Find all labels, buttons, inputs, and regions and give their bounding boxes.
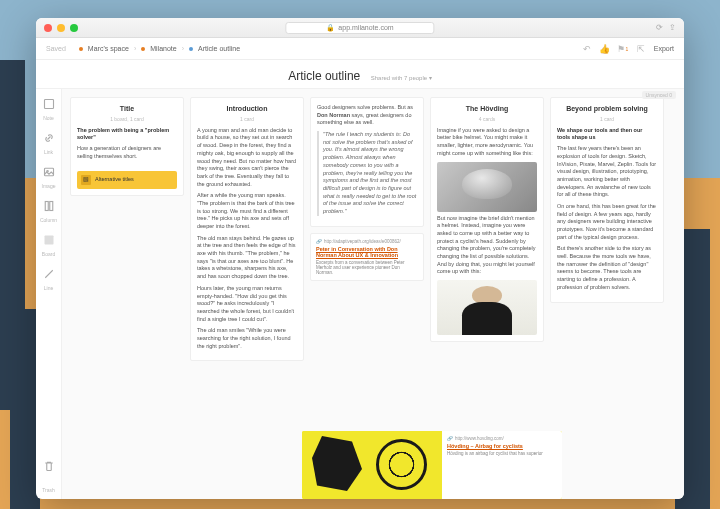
svg-rect-3 [45, 202, 48, 211]
hovding-link-card[interactable]: 🔗http://www.hovding.com/ Hövding – Airba… [302, 431, 562, 499]
reload-icon[interactable]: ⟳ [656, 23, 663, 32]
breadcrumb-home[interactable]: Marc's space [88, 45, 129, 52]
column-title[interactable]: Title 1 board, 1 card The problem with b… [70, 97, 184, 491]
share-info[interactable]: Shared with 7 people ▾ [371, 75, 432, 81]
intro-card[interactable]: Introduction 1 card A young man and an o… [190, 97, 304, 361]
titlebar: 🔒app.milanote.com ⟳ ⇪ [36, 18, 684, 38]
maximize-icon[interactable] [70, 24, 78, 32]
svg-rect-0 [44, 100, 53, 109]
undo-icon[interactable]: ↶ [582, 44, 592, 54]
column-introduction[interactable]: Introduction 1 card A young man and an o… [190, 97, 304, 491]
close-icon[interactable] [44, 24, 52, 32]
model-image[interactable] [437, 280, 537, 335]
url-bar[interactable]: 🔒app.milanote.com [285, 22, 434, 34]
column-beyond[interactable]: Beyond problem solving 1 card We shape o… [550, 97, 664, 491]
left-toolbar: Note Link Image Column Board Line Trash [36, 89, 62, 499]
trash-tool[interactable] [42, 459, 56, 473]
link-tool[interactable] [42, 131, 56, 145]
link-icon: 🔗 [316, 239, 322, 244]
page-header: Article outline Shared with 7 people ▾ [36, 60, 684, 89]
lock-icon: 🔒 [326, 24, 335, 32]
breadcrumb: Saved Marc's space › Milanote › Article … [36, 38, 684, 60]
notif-icon[interactable]: ⚑1 [618, 44, 628, 54]
line-tool[interactable] [42, 267, 56, 281]
svg-rect-5 [44, 236, 53, 245]
share-icon[interactable]: ⇪ [669, 23, 676, 32]
thumbs-icon[interactable]: 👍 [600, 44, 610, 54]
export-icon[interactable]: ⇱ [636, 44, 646, 54]
beyond-card[interactable]: Beyond problem solving 1 card We shape o… [550, 97, 664, 303]
hovding-card[interactable]: The Hövding 4 cards Imagine if you were … [430, 97, 544, 342]
column-tool[interactable] [42, 199, 56, 213]
page-title: Article outline [288, 69, 360, 83]
column-header-card[interactable]: Title 1 board, 1 card The problem with b… [70, 97, 184, 196]
sync-status: Unsynced 0 [642, 91, 676, 99]
save-status: Saved [46, 45, 66, 52]
helmet-image[interactable] [437, 162, 537, 212]
board-dot-icon [189, 47, 193, 51]
board-dot-icon [141, 47, 145, 51]
board-tool[interactable] [42, 233, 56, 247]
breadcrumb-current[interactable]: Article outline [198, 45, 240, 52]
export-button[interactable]: Export [654, 45, 674, 52]
board-icon: ▧ [81, 175, 91, 185]
board-canvas[interactable]: Unsynced 0 Title 1 board, 1 card The pro… [62, 89, 684, 499]
alternative-titles-board[interactable]: ▧ Alternative titles [77, 171, 177, 189]
blockquote: "The rule I teach my students is: Do not… [317, 131, 417, 216]
space-dot-icon [79, 47, 83, 51]
app-window: 🔒app.milanote.com ⟳ ⇪ Saved Marc's space… [36, 18, 684, 499]
quote-card[interactable]: Good designers solve problems. But as Do… [310, 97, 424, 227]
note-tool[interactable] [42, 97, 56, 111]
link-card-norman[interactable]: 🔗http://adaptivepath.org/ideas/e000862/ … [310, 233, 424, 281]
link-icon: 🔗 [447, 436, 453, 441]
minimize-icon[interactable] [57, 24, 65, 32]
image-tool[interactable] [42, 165, 56, 179]
hovding-image [302, 431, 442, 499]
svg-rect-4 [49, 202, 52, 211]
breadcrumb-mid[interactable]: Milanote [150, 45, 176, 52]
